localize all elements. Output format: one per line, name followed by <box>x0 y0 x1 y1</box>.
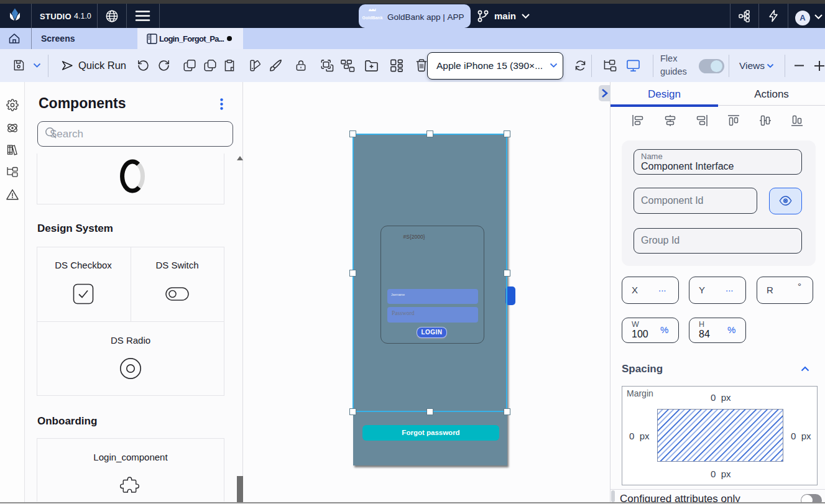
svg-text:GoldBank: GoldBank <box>362 16 382 20</box>
